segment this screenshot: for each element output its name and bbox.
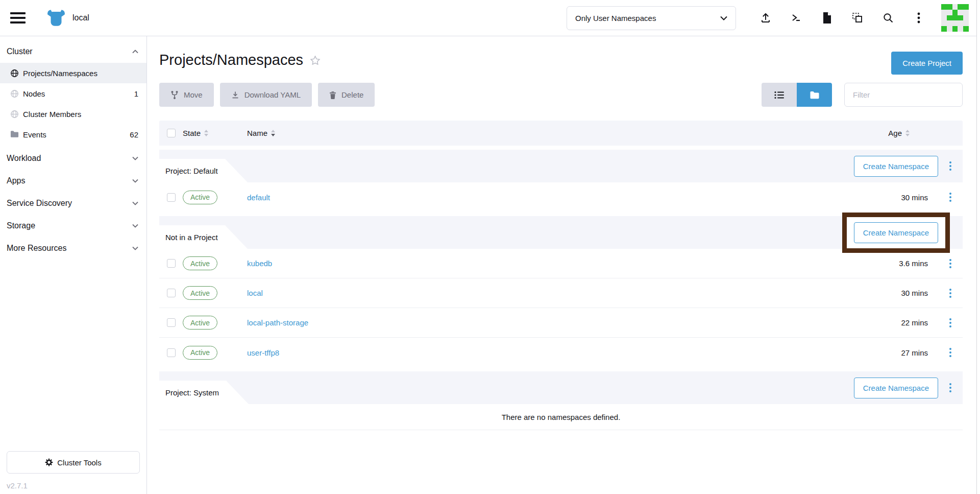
row-kebab-menu-icon[interactable] (938, 193, 963, 202)
sidebar-section-label: More Resources (7, 244, 66, 253)
sidebar-section-label: Cluster (7, 47, 33, 56)
group-rows: Active kubedb 3.6 mins Active local 30 m… (159, 249, 963, 367)
create-namespace-wrap: Create Namespace (854, 156, 938, 177)
sidebar-section-apps[interactable]: Apps (0, 170, 146, 192)
cluster-tools-button[interactable]: Cluster Tools (7, 451, 140, 474)
sidebar-section-storage[interactable]: Storage (0, 215, 146, 237)
search-icon[interactable] (881, 11, 895, 25)
namespace-row: Active local-path-storage 22 mins (159, 308, 963, 338)
trash-icon (329, 91, 336, 99)
project-group-header: Project: Default Create Namespace (159, 150, 963, 182)
sidebar-section-more-resources[interactable]: More Resources (0, 237, 146, 260)
sidebar-item-label: Cluster Members (23, 110, 81, 119)
chevron-up-icon (132, 50, 138, 54)
topbar-right: Only User Namespaces (567, 4, 969, 32)
topbar-icons (750, 11, 934, 25)
column-label: Age (888, 129, 902, 137)
row-checkbox[interactable] (167, 259, 176, 268)
create-project-button[interactable]: Create Project (891, 52, 963, 75)
project-group: Not in a Project Create Namespace Active… (159, 216, 963, 367)
column-header-name[interactable]: Name (247, 129, 836, 137)
project-group-title: Project: System (165, 388, 219, 397)
group-rows: Active default 30 mins (159, 182, 963, 212)
namespace-age: 22 mins (836, 318, 938, 327)
state-badge: Active (183, 191, 217, 204)
kubectl-shell-icon[interactable] (790, 11, 803, 25)
sidebar-item-events[interactable]: Events 62 (0, 124, 146, 145)
sidebar-section-label: Storage (7, 221, 35, 230)
select-all-checkbox[interactable] (167, 129, 176, 137)
view-toggle (762, 83, 832, 107)
sidebar-item-count: 62 (130, 130, 138, 139)
move-button[interactable]: Move (159, 83, 214, 107)
namespace-name-link[interactable]: default (247, 193, 270, 202)
sidebar-item-nodes[interactable]: Nodes 1 (0, 83, 146, 104)
chevron-down-icon (132, 224, 138, 228)
kebab-menu-icon[interactable] (912, 11, 925, 25)
sidebar-item-label: Nodes (23, 89, 45, 98)
docs-icon[interactable] (820, 11, 834, 25)
namespace-name-link[interactable]: local-path-storage (247, 318, 308, 327)
column-header-age[interactable]: Age (836, 129, 938, 137)
top-header: local Only User Namespaces (0, 0, 980, 36)
sort-icon (271, 130, 275, 136)
download-yaml-button[interactable]: Download YAML (220, 83, 312, 107)
cluster-name: local (72, 13, 89, 22)
sidebar-item-projects-namespaces[interactable]: Projects/Namespaces (0, 63, 146, 83)
hamburger-menu-icon[interactable] (10, 12, 26, 23)
row-kebab-menu-icon[interactable] (938, 348, 963, 357)
sort-icon (204, 130, 208, 136)
chevron-down-icon (132, 156, 138, 160)
list-view-button[interactable] (762, 83, 797, 107)
sidebar-section-workload[interactable]: Workload (0, 147, 146, 170)
create-namespace-wrap: Create Namespace (842, 213, 950, 253)
user-avatar[interactable] (941, 4, 969, 32)
group-kebab-menu-icon[interactable] (938, 161, 963, 171)
move-label: Move (184, 90, 203, 99)
empty-group-message: There are no namespaces defined. (159, 404, 963, 430)
group-kebab-menu-icon[interactable] (938, 383, 963, 392)
namespace-name-link[interactable]: local (247, 289, 263, 297)
namespace-age: 30 mins (836, 289, 938, 297)
row-checkbox[interactable] (167, 193, 176, 202)
create-namespace-button[interactable]: Create Namespace (854, 222, 938, 243)
row-kebab-menu-icon[interactable] (938, 259, 963, 268)
row-kebab-menu-icon[interactable] (938, 318, 963, 327)
row-checkbox[interactable] (167, 289, 176, 297)
bulk-action-row: Move Download YAML Delet (159, 83, 963, 107)
row-checkbox[interactable] (167, 348, 176, 357)
download-icon (231, 91, 239, 99)
namespace-filter-dropdown[interactable]: Only User Namespaces (567, 6, 736, 30)
project-group-header: Not in a Project Create Namespace (159, 216, 963, 249)
namespace-filter-value: Only User Namespaces (575, 14, 656, 22)
create-namespace-button[interactable]: Create Namespace (854, 156, 938, 177)
upload-icon[interactable] (759, 11, 772, 25)
namespace-name-link[interactable]: kubedb (247, 259, 272, 268)
download-yaml-label: Download YAML (244, 90, 301, 99)
create-namespace-button[interactable]: Create Namespace (854, 378, 938, 398)
column-label: Name (247, 129, 267, 137)
rancher-app: local Only User Namespaces (0, 0, 980, 494)
delete-button[interactable]: Delete (318, 83, 375, 107)
folder-icon (10, 130, 19, 139)
sidebar-section-service-discovery[interactable]: Service Discovery (0, 192, 146, 215)
row-checkbox[interactable] (167, 318, 176, 327)
chevron-down-icon (132, 246, 138, 250)
column-header-state[interactable]: State (183, 129, 247, 137)
filter-input[interactable] (844, 83, 963, 107)
create-namespace-wrap: Create Namespace (854, 378, 938, 398)
page-scrollbar[interactable] (976, 0, 980, 494)
namespace-age: 3.6 mins (836, 259, 938, 268)
sidebar-item-label: Projects/Namespaces (23, 69, 97, 78)
copy-icon[interactable] (851, 11, 864, 25)
favorite-star-icon[interactable] (309, 55, 321, 66)
sidebar-item-cluster-members[interactable]: Cluster Members (0, 104, 146, 124)
sidebar-section-cluster[interactable]: Cluster (0, 40, 146, 63)
rancher-logo-icon[interactable] (47, 9, 65, 27)
group-by-project-view-button[interactable] (797, 83, 832, 107)
namespaces-table: State Name Age Project: Default Create N… (159, 121, 963, 430)
sidebar-item-count: 1 (134, 89, 138, 98)
state-badge: Active (183, 346, 217, 360)
row-kebab-menu-icon[interactable] (938, 289, 963, 298)
namespace-name-link[interactable]: user-tffp8 (247, 348, 279, 357)
